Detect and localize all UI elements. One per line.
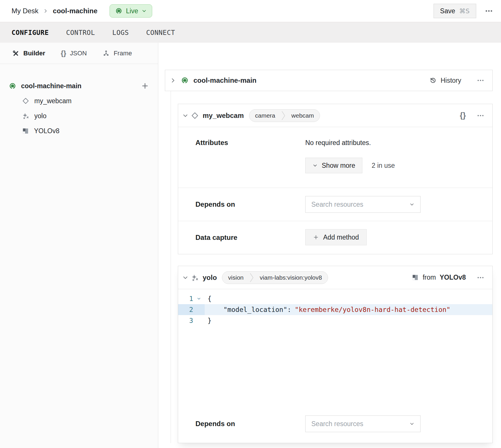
- history-label: History: [440, 77, 461, 84]
- line-number: 1: [178, 293, 193, 304]
- data-capture-section: Data capture Add method: [178, 221, 492, 254]
- camera-component-icon: [22, 97, 29, 105]
- from-module-indicator: from YOLOv8: [412, 274, 466, 281]
- tab-connect[interactable]: CONNECT: [146, 29, 175, 36]
- mode-builder-label: Builder: [23, 50, 45, 57]
- component-type: camera: [249, 112, 281, 119]
- component-card-header: my_webcam camera webcam {}: [178, 104, 492, 127]
- depends-on-placeholder: Search resources: [311, 420, 363, 428]
- show-more-button[interactable]: Show more: [305, 158, 362, 173]
- chevron-down-icon: [409, 421, 415, 426]
- ellipsis-icon: [477, 274, 484, 281]
- from-module-name: YOLOv8: [440, 274, 466, 281]
- header-overflow-menu-button[interactable]: [485, 7, 493, 15]
- code-text: }: [205, 315, 212, 326]
- breadcrumb: My Desk cool-machine Live: [12, 4, 152, 18]
- tab-control[interactable]: CONTROL: [66, 29, 95, 36]
- code-line-1: 1 {: [178, 293, 492, 304]
- save-shortcut: ⌘S: [459, 7, 470, 15]
- attributes-content: No required attributes. Show more 2 in u…: [305, 139, 395, 173]
- tree-item-label: cool-machine-main: [21, 82, 82, 90]
- pill-divider: [249, 272, 254, 284]
- depends-on-placeholder: Search resources: [311, 201, 363, 208]
- tab-configure[interactable]: CONFIGURE: [12, 29, 49, 36]
- add-component-button[interactable]: [141, 82, 149, 90]
- depends-on-select[interactable]: Search resources: [305, 415, 421, 432]
- breadcrumb-parent-link[interactable]: My Desk: [12, 7, 38, 15]
- attributes-in-use-count: 2 in use: [372, 162, 395, 170]
- service-type-model-pill: vision viam-labs:vision:yolov8: [222, 271, 328, 284]
- line-number: 3: [178, 315, 193, 326]
- service-name: yolo: [203, 274, 217, 282]
- service-overflow-menu-button[interactable]: [477, 274, 484, 281]
- machine-status-dropdown[interactable]: Live: [110, 4, 152, 18]
- configure-main-panel: cool-machine-main History: [158, 43, 501, 448]
- save-button-label: Save: [440, 7, 455, 15]
- json-attributes-editor[interactable]: 1 { 2 "model_location":"keremberke/yolo: [178, 289, 492, 407]
- show-more-label: Show more: [322, 162, 355, 170]
- machine-part-card: cool-machine-main History: [165, 70, 493, 91]
- tree-item-my-webcam[interactable]: my_webcam: [0, 93, 158, 108]
- history-button[interactable]: History: [429, 77, 461, 84]
- tree-item-machine-part[interactable]: cool-machine-main: [0, 78, 158, 93]
- depends-on-label: Depends on: [195, 415, 305, 432]
- config-mode-switcher: Builder {} JSON Frame: [0, 43, 158, 64]
- vision-service-icon: [191, 274, 199, 282]
- plus-icon: [141, 82, 149, 90]
- component-overflow-menu-button[interactable]: [477, 112, 484, 119]
- configure-sidebar: Builder {} JSON Frame: [0, 43, 158, 448]
- chevron-down-icon: [409, 202, 415, 207]
- ellipsis-icon: [485, 7, 493, 15]
- plus-icon: [313, 234, 319, 240]
- code-fold-toggle[interactable]: [193, 293, 205, 304]
- live-broadcast-icon: [181, 76, 189, 84]
- add-method-label: Add method: [323, 234, 359, 241]
- tree-item-yolo[interactable]: yolo: [0, 108, 158, 123]
- tree-item-label: yolo: [34, 112, 46, 120]
- chevron-right-icon: [170, 77, 176, 84]
- mode-frame[interactable]: Frame: [102, 50, 132, 57]
- mode-builder[interactable]: Builder: [12, 50, 45, 57]
- live-broadcast-icon: [9, 82, 16, 90]
- tree-item-yolov8-module[interactable]: YOLOv8: [0, 123, 158, 138]
- edit-json-button[interactable]: {}: [460, 111, 466, 120]
- chevron-down-icon: [182, 274, 189, 281]
- pill-divider: [281, 110, 286, 122]
- save-button[interactable]: Save ⌘S: [434, 4, 476, 18]
- attributes-section: Attributes No required attributes. Show …: [178, 127, 492, 188]
- attributes-note: No required attributes.: [305, 139, 395, 147]
- add-method-button[interactable]: Add method: [305, 229, 367, 245]
- chevron-down-icon: [142, 8, 147, 14]
- header-actions: Save ⌘S: [434, 4, 493, 18]
- part-collapse-toggle[interactable]: [170, 77, 176, 84]
- depends-on-section: Depends on Search resources: [178, 407, 492, 443]
- mode-json[interactable]: {} JSON: [61, 49, 87, 57]
- card-collapse-toggle[interactable]: [182, 274, 189, 281]
- attributes-label: Attributes: [195, 139, 305, 147]
- json-value: "keremberke/yolov8n-hard-hat-detection": [295, 306, 450, 313]
- service-model: viam-labs:vision:yolov8: [254, 274, 328, 281]
- part-title: cool-machine-main: [193, 76, 257, 84]
- resource-tree: cool-machine-main my_webcam: [0, 64, 158, 138]
- tab-logs[interactable]: LOGS: [112, 29, 129, 36]
- component-name: my_webcam: [203, 112, 244, 120]
- code-line-2: 2 "model_location":"keremberke/yolov8n-h…: [178, 304, 492, 315]
- service-card-yolo: yolo vision viam-labs:vision:yolov8: [178, 266, 493, 443]
- code-text: {: [205, 293, 212, 304]
- part-overflow-menu-button[interactable]: [477, 77, 484, 84]
- component-model: webcam: [286, 112, 320, 119]
- service-card-header: yolo vision viam-labs:vision:yolov8: [178, 266, 492, 289]
- card-collapse-toggle[interactable]: [182, 112, 189, 119]
- vision-service-icon: [22, 112, 29, 120]
- json-key: "model_location":: [223, 306, 291, 313]
- data-capture-label: Data capture: [195, 229, 305, 246]
- mode-json-label: JSON: [70, 50, 87, 57]
- depends-on-section: Depends on Search resources: [178, 188, 492, 221]
- chevron-down-icon: [182, 112, 189, 119]
- top-header: My Desk cool-machine Live Save ⌘S: [0, 0, 501, 22]
- depends-on-select[interactable]: Search resources: [305, 196, 421, 213]
- module-icon: [22, 127, 29, 135]
- module-icon: [412, 274, 419, 281]
- tree-item-label: my_webcam: [34, 97, 71, 105]
- depends-on-label: Depends on: [195, 196, 305, 213]
